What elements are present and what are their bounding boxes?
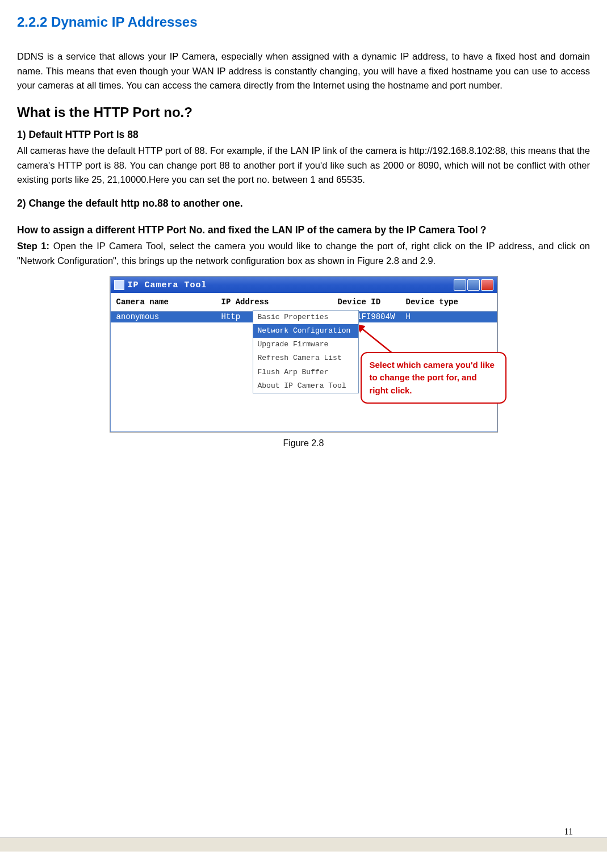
callout-text: Select which camera you'd like to change… xyxy=(370,360,495,395)
figure-caption: Figure 2.8 xyxy=(17,437,590,451)
menu-flush-arp[interactable]: Flush Arp Buffer xyxy=(253,366,358,379)
ip-camera-tool-window: IP Camera Tool Camera name IP Address De… xyxy=(110,276,497,432)
section-title: 2.2.2 Dynamic IP Addresses xyxy=(17,11,590,32)
menu-basic-properties[interactable]: Basic Properties xyxy=(253,311,358,324)
camera-list: anonymous Http 00841FI9804W H Basic Prop… xyxy=(111,312,497,431)
step1-label: Step 1: xyxy=(17,241,49,251)
close-button[interactable] xyxy=(481,279,493,291)
page-footer-bar xyxy=(0,837,607,852)
menu-upgrade-firmware[interactable]: Upgrade Firmware xyxy=(253,338,358,351)
table-header: Camera name IP Address Device ID Device … xyxy=(111,293,497,312)
minimize-button[interactable] xyxy=(454,279,466,291)
window-title: IP Camera Tool xyxy=(128,279,207,292)
para-default-port: All cameras have the default HTTP port o… xyxy=(17,144,590,187)
h3-change-default: 2) Change the default http no.88 to anot… xyxy=(17,196,590,211)
col-ip-address: IP Address xyxy=(221,296,338,309)
col-device-type: Device type xyxy=(406,296,474,309)
menu-about[interactable]: About IP Camera Tool xyxy=(253,379,358,393)
figure-2-8: IP Camera Tool Camera name IP Address De… xyxy=(17,276,590,450)
step1-text: Open the IP Camera Tool, select the came… xyxy=(17,241,590,266)
cell-type: H xyxy=(406,311,474,324)
page-container: 2.2.2 Dynamic IP Addresses DDNS is a ser… xyxy=(17,11,590,852)
window-controls xyxy=(454,279,493,291)
page-number: 11 xyxy=(564,825,573,839)
h2-what-is-http-port: What is the HTTP Port no.? xyxy=(17,102,590,123)
col-camera-name: Camera name xyxy=(116,296,221,309)
maximize-button[interactable] xyxy=(467,279,480,291)
h3-how-assign: How to assign a different HTTP Port No. … xyxy=(17,223,590,238)
menu-refresh-camera-list[interactable]: Refresh Camera List xyxy=(253,351,358,365)
callout-box: Select which camera you'd like to change… xyxy=(361,352,506,404)
menu-network-configuration[interactable]: Network Configuration xyxy=(253,324,358,338)
app-icon xyxy=(114,280,124,290)
h3-default-port: 1) Default HTTP Port is 88 xyxy=(17,127,590,142)
intro-paragraph: DDNS is a service that allows your IP Ca… xyxy=(17,49,590,93)
context-menu: Basic Properties Network Configuration U… xyxy=(253,310,359,393)
cell-name: anonymous xyxy=(116,311,221,324)
window-titlebar: IP Camera Tool xyxy=(111,277,497,293)
step1-paragraph: Step 1: Open the IP Camera Tool, select … xyxy=(17,239,590,268)
col-device-id: Device ID xyxy=(338,296,406,309)
